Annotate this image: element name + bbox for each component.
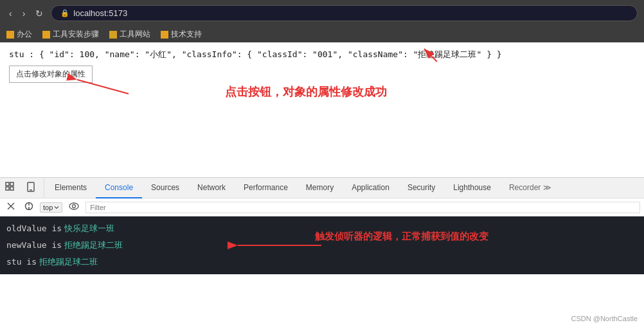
bookmark-icon-orange <box>6 31 14 39</box>
console-output-wrapper: oldValue is 快乐足球一班 newValue is 拒绝踢足球二班 s… <box>0 216 644 274</box>
bookmark-icon-orange3 <box>161 31 168 39</box>
annotation-text-1: 点击按钮，对象的属性修改成功 <box>225 84 387 100</box>
bookmark-label-gongzuo: 办公 <box>17 29 32 40</box>
page-content: stu : { "id": 100, "name": "小红", "classI… <box>0 42 644 177</box>
chevron-down-icon <box>54 205 59 210</box>
tab-sources[interactable]: Sources <box>142 178 188 198</box>
bookmark-gongzuo[interactable]: 办公 <box>6 29 32 40</box>
url-text: localhost:5173 <box>73 8 127 18</box>
console-val-stu: 拒绝踢足球二班 <box>39 256 98 268</box>
bookmarks-bar: 办公 工具安装步骤 工具网站 技术支持 <box>0 26 644 42</box>
tab-lighthouse[interactable]: Lighthouse <box>444 178 500 198</box>
modify-button[interactable]: 点击修改对象的属性 <box>9 66 93 83</box>
console-bar: top <box>0 198 644 216</box>
address-bar[interactable]: 🔒 localhost:5173 <box>51 5 638 21</box>
lock-icon: 🔒 <box>60 9 69 17</box>
context-label: top <box>43 204 53 211</box>
clear-console-button[interactable] <box>4 200 18 214</box>
context-selector[interactable]: top <box>40 202 62 213</box>
stop-button[interactable] <box>22 200 36 214</box>
svg-rect-6 <box>10 182 13 186</box>
bookmark-install[interactable]: 工具安装步骤 <box>42 29 99 40</box>
devtools-tab-bar: Elements Console Sources Network Perform… <box>0 178 644 198</box>
console-val-newvalue: 拒绝踢足球二班 <box>64 240 123 251</box>
bookmark-label-website: 工具网站 <box>120 29 150 40</box>
browser-chrome: ‹ › ↻ 🔒 localhost:5173 办公 工具安装步骤 工具网站 技术… <box>0 0 644 42</box>
bookmark-icon-orange2 <box>42 31 50 39</box>
forward-button[interactable]: › <box>20 7 28 20</box>
tab-performance[interactable]: Performance <box>235 178 297 198</box>
tab-security[interactable]: Security <box>398 178 444 198</box>
console-line-stu: stu is 拒绝踢足球二班 <box>0 254 644 270</box>
tab-elements[interactable]: Elements <box>46 178 96 198</box>
bookmark-label-support: 技术支持 <box>171 29 202 40</box>
bookmark-icon-yellow <box>109 31 117 39</box>
console-val-oldvalue: 快乐足球一班 <box>64 223 114 234</box>
console-key-stu: stu is <box>6 257 37 267</box>
tab-console[interactable]: Console <box>96 178 142 198</box>
bookmark-support[interactable]: 技术支持 <box>161 29 202 40</box>
svg-point-16 <box>73 205 76 208</box>
filter-input[interactable] <box>85 202 640 213</box>
devtools: Elements Console Sources Network Perform… <box>0 177 644 274</box>
tab-memory[interactable]: Memory <box>297 178 343 198</box>
console-key-newvalue: newValue is <box>6 240 62 250</box>
eye-button[interactable] <box>66 201 82 213</box>
tab-network[interactable]: Network <box>188 178 235 198</box>
tab-application[interactable]: Application <box>343 178 398 198</box>
svg-rect-5 <box>6 187 9 190</box>
devtools-left-icons <box>0 178 44 198</box>
annotation-text-2: 触发侦听器的逻辑，正常捕获到值的改变 <box>315 231 488 243</box>
back-button[interactable]: ‹ <box>6 7 15 20</box>
inspect-element-button[interactable] <box>0 178 21 198</box>
stu-text: stu : { "id": 100, "name": "小红", "classI… <box>9 49 635 60</box>
tab-recorder[interactable]: Recorder ≫ <box>500 178 560 198</box>
devtools-tabs: Elements Console Sources Network Perform… <box>46 178 560 198</box>
console-output: oldValue is 快乐足球一班 newValue is 拒绝踢足球二班 s… <box>0 216 644 274</box>
svg-rect-4 <box>6 182 9 186</box>
reload-button[interactable]: ↻ <box>33 7 46 20</box>
csdn-credit: CSDN @NorthCastle <box>571 315 638 322</box>
bookmark-website[interactable]: 工具网站 <box>109 29 150 40</box>
eye-icon <box>69 202 79 210</box>
device-toolbar-button[interactable] <box>21 178 41 198</box>
browser-toolbar: ‹ › ↻ 🔒 localhost:5173 <box>0 0 644 26</box>
annotation-arrows <box>0 42 644 177</box>
svg-rect-9 <box>30 189 32 191</box>
svg-rect-7 <box>10 187 13 190</box>
console-key-oldvalue: oldValue is <box>6 224 62 233</box>
bookmark-label-install: 工具安装步骤 <box>53 29 99 40</box>
svg-point-15 <box>69 203 78 209</box>
